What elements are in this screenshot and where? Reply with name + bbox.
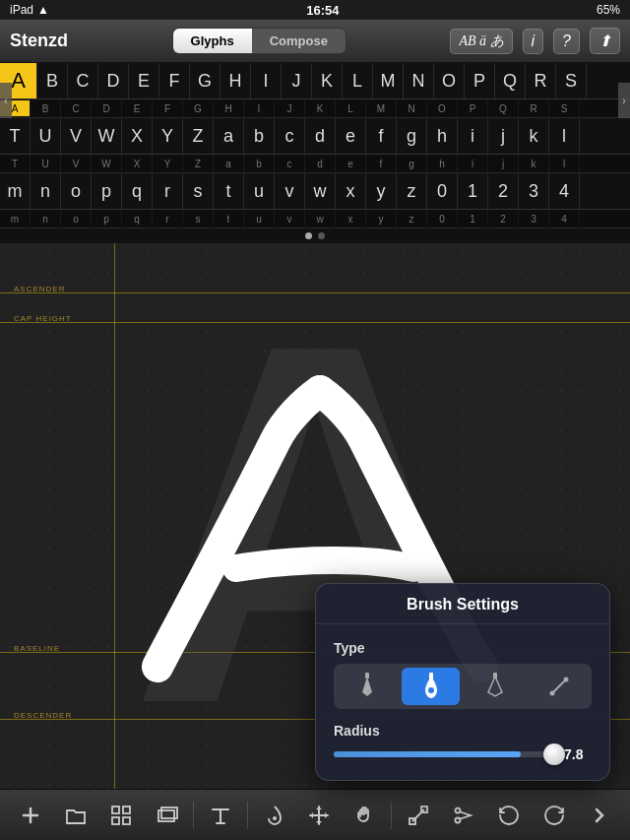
font-sample-icon[interactable]: AB ä あ xyxy=(450,29,512,54)
glyph-small-Z[interactable]: Z xyxy=(183,156,214,171)
glyph-small-C[interactable]: C xyxy=(61,100,92,116)
tab-glyphs[interactable]: Glyphs xyxy=(173,29,252,53)
glyph-f[interactable]: f xyxy=(366,118,397,154)
glyph-w[interactable]: w xyxy=(305,173,336,209)
glyph-x[interactable]: x xyxy=(336,173,366,209)
brush-type-line[interactable] xyxy=(530,668,588,705)
glyph-e[interactable]: e xyxy=(336,118,366,154)
glyph-q[interactable]: q xyxy=(122,173,153,209)
glyph-V[interactable]: V xyxy=(61,118,92,154)
tab-compose[interactable]: Compose xyxy=(252,29,346,53)
glyph-small-g[interactable]: g xyxy=(397,156,427,171)
glyph-small-K[interactable]: K xyxy=(305,100,336,116)
glyph-small-L[interactable]: L xyxy=(336,100,366,116)
glyph-small-c[interactable]: c xyxy=(275,156,305,171)
glyph-small-F[interactable]: F xyxy=(153,100,183,116)
glyph-H[interactable]: H xyxy=(220,63,251,98)
glyph-l[interactable]: l xyxy=(549,118,580,154)
glyph-v[interactable]: v xyxy=(275,173,305,209)
glyph-small-R[interactable]: R xyxy=(519,100,549,116)
glyph-0[interactable]: 0 xyxy=(427,173,458,209)
glyph-r[interactable]: r xyxy=(153,173,183,209)
hand-button[interactable] xyxy=(346,797,383,834)
layers-button[interactable] xyxy=(148,797,185,834)
radius-slider-thumb[interactable] xyxy=(543,743,565,765)
scroll-left-arrow[interactable]: ‹ xyxy=(0,83,12,118)
glyph-t[interactable]: t xyxy=(214,173,244,209)
pagination-dot-1[interactable] xyxy=(305,232,312,239)
glyph-G[interactable]: G xyxy=(190,63,220,98)
next-button[interactable] xyxy=(581,797,618,834)
glyph-c[interactable]: c xyxy=(275,118,305,154)
glyph-small-i[interactable]: i xyxy=(458,156,488,171)
glyph-g[interactable]: g xyxy=(397,118,427,154)
glyph-K[interactable]: K xyxy=(312,63,343,98)
glyph-L[interactable]: L xyxy=(343,63,373,98)
glyph-small-I[interactable]: I xyxy=(244,100,275,116)
glyph-Q[interactable]: Q xyxy=(495,63,526,98)
glyph-J[interactable]: J xyxy=(282,63,312,98)
glyph-small-B[interactable]: B xyxy=(31,100,61,116)
glyph-small-S[interactable]: S xyxy=(549,100,580,116)
glyph-small-d[interactable]: d xyxy=(305,156,336,171)
brush-type-fill[interactable] xyxy=(338,668,396,705)
glyph-small-O[interactable]: O xyxy=(427,100,458,116)
help-icon[interactable]: ? xyxy=(553,29,580,54)
glyph-u[interactable]: u xyxy=(244,173,275,209)
glyph-M[interactable]: M xyxy=(373,63,404,98)
scroll-right-arrow[interactable]: › xyxy=(618,83,630,118)
glyph-small-h[interactable]: h xyxy=(427,156,458,171)
add-button[interactable] xyxy=(12,797,49,834)
glyph-I[interactable]: I xyxy=(251,63,282,98)
glyph-D[interactable]: D xyxy=(98,63,129,98)
glyph-3[interactable]: 3 xyxy=(519,173,549,209)
glyph-small-b[interactable]: b xyxy=(244,156,275,171)
glyph-small-J[interactable]: J xyxy=(275,100,305,116)
glyph-small-k[interactable]: k xyxy=(519,156,549,171)
glyph-s[interactable]: s xyxy=(183,173,214,209)
glyph-E[interactable]: E xyxy=(129,63,159,98)
glyph-j[interactable]: j xyxy=(488,118,519,154)
scissors-button[interactable] xyxy=(445,797,482,834)
node-button[interactable] xyxy=(400,797,437,834)
glyph-R[interactable]: R xyxy=(526,63,556,98)
glyph-small-T[interactable]: T xyxy=(0,156,31,171)
glyph-small-E[interactable]: E xyxy=(122,100,153,116)
pagination-dot-2[interactable] xyxy=(318,232,325,239)
glyph-4[interactable]: 4 xyxy=(549,173,580,209)
glyph-m[interactable]: m xyxy=(0,173,31,209)
glyph-small-V[interactable]: V xyxy=(61,156,92,171)
glyph-o[interactable]: o xyxy=(61,173,92,209)
glyph-small-l[interactable]: l xyxy=(549,156,580,171)
glyph-h[interactable]: h xyxy=(427,118,458,154)
glyph-O[interactable]: O xyxy=(434,63,465,98)
glyph-U[interactable]: U xyxy=(31,118,61,154)
glyph-small-M[interactable]: M xyxy=(366,100,397,116)
undo-button[interactable] xyxy=(490,797,528,834)
radius-slider-track[interactable] xyxy=(334,751,554,757)
glyph-small-Q[interactable]: Q xyxy=(488,100,519,116)
glyph-small-G[interactable]: G xyxy=(183,100,214,116)
folder-button[interactable] xyxy=(57,797,94,834)
glyph-T[interactable]: T xyxy=(0,118,31,154)
glyph-small-Y[interactable]: Y xyxy=(153,156,183,171)
glyph-small-N[interactable]: N xyxy=(397,100,427,116)
glyph-small-X[interactable]: X xyxy=(122,156,153,171)
glyph-a[interactable]: a xyxy=(214,118,244,154)
glyph-p[interactable]: p xyxy=(92,173,122,209)
glyph-F[interactable]: F xyxy=(159,63,190,98)
move-button[interactable] xyxy=(300,797,338,834)
glyph-small-U[interactable]: U xyxy=(31,156,61,171)
glyph-small-a[interactable]: a xyxy=(214,156,244,171)
glyph-S[interactable]: S xyxy=(556,63,587,98)
glyph-small-P[interactable]: P xyxy=(458,100,488,116)
brush-type-calligraphy[interactable] xyxy=(466,668,524,705)
share-icon[interactable]: ⬆ xyxy=(590,28,620,54)
glyph-1[interactable]: 1 xyxy=(458,173,488,209)
glyph-b[interactable]: b xyxy=(244,118,275,154)
glyph-small-j[interactable]: j xyxy=(488,156,519,171)
info-icon[interactable]: i xyxy=(523,29,544,54)
glyph-P[interactable]: P xyxy=(465,63,495,98)
glyph-2[interactable]: 2 xyxy=(488,173,519,209)
glyph-W[interactable]: W xyxy=(92,118,122,154)
